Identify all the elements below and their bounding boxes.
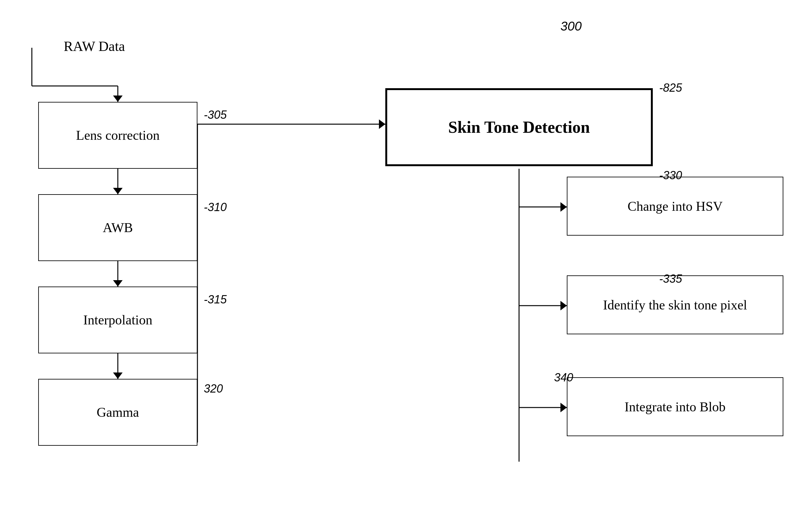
diagram-container: RAW Data Lens correction -305 AWB -310 I… (0, 0, 812, 532)
ref-300-label: 300 (561, 19, 582, 33)
change-hsv-label: Change into HSV (628, 199, 723, 214)
interpolation-label: Interpolation (84, 312, 153, 328)
ref-305-label: -305 (204, 108, 227, 122)
ref-340-label: 340 (554, 371, 573, 384)
svg-marker-5 (113, 188, 122, 194)
svg-marker-9 (113, 372, 122, 379)
ref-325-label: -825 (659, 81, 682, 94)
awb-box: AWB (38, 194, 198, 261)
ref-320-label: 320 (204, 382, 223, 395)
skin-tone-detection-label: Skin Tone Detection (448, 118, 590, 137)
raw-data-label: RAW Data (64, 38, 125, 55)
svg-marker-7 (113, 280, 122, 286)
svg-marker-3 (113, 95, 122, 102)
svg-marker-12 (379, 119, 385, 129)
svg-marker-19 (561, 403, 567, 412)
svg-marker-17 (561, 301, 567, 310)
ref-330-label: -330 (659, 169, 682, 182)
skin-tone-detection-box: Skin Tone Detection (385, 88, 653, 166)
svg-marker-15 (561, 202, 567, 212)
change-hsv-box: Change into HSV (567, 177, 783, 236)
lens-correction-box: Lens correction (38, 102, 198, 169)
integrate-blob-label: Integrate into Blob (624, 399, 725, 415)
lens-correction-label: Lens correction (76, 128, 160, 143)
ref-310-label: -310 (204, 201, 227, 214)
ref-315-label: -315 (204, 293, 227, 306)
gamma-label: Gamma (97, 405, 139, 420)
interpolation-box: Interpolation (38, 286, 198, 353)
integrate-blob-box: Integrate into Blob (567, 377, 783, 436)
diagram-arrows (0, 0, 812, 532)
identify-skin-label: Identify the skin tone pixel (603, 297, 748, 313)
ref-335-label: -335 (659, 272, 682, 285)
gamma-box: Gamma (38, 379, 198, 446)
awb-label: AWB (103, 220, 133, 235)
